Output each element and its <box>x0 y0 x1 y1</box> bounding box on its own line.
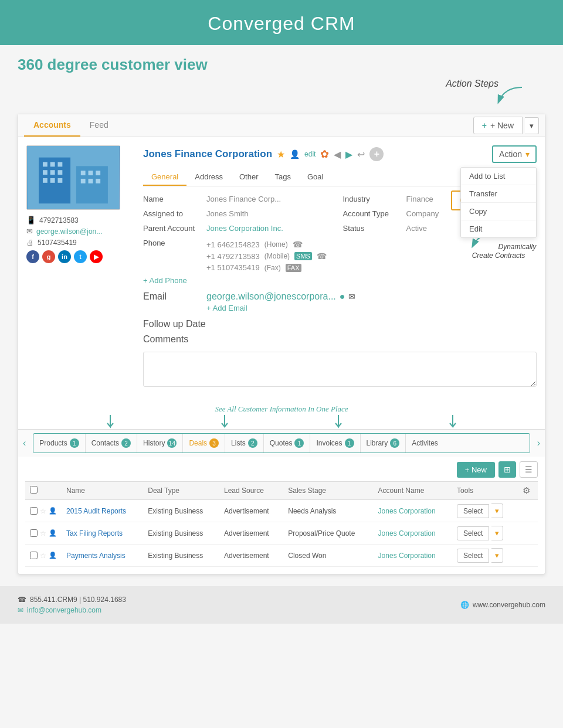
table-header-row: Name Deal Type Lead Source Sales Stage A… <box>25 482 538 500</box>
select-arrow-3[interactable]: ▾ <box>491 548 503 563</box>
row1-checkbox[interactable] <box>30 507 38 515</box>
parent-value[interactable]: Jones Corporation Inc. <box>206 224 283 233</box>
edit-link[interactable]: edit <box>304 150 316 158</box>
comments-section: Comments <box>143 333 537 390</box>
svg-rect-10 <box>50 178 55 183</box>
select-all-checkbox[interactable] <box>30 486 38 494</box>
comments-label: Comments <box>143 334 202 345</box>
table-body: ☆ 👤 2015 Audit Reports Existing Business… <box>25 500 538 567</box>
deal-name-3[interactable]: Payments Analysis <box>66 552 126 560</box>
prev-arrow[interactable]: ◀ <box>334 149 341 160</box>
sms-icon: SMS <box>294 252 312 260</box>
account-link-1[interactable]: Jones Corporation <box>378 507 436 515</box>
tab-accounts[interactable]: Accounts <box>24 114 80 137</box>
btab-invoices-label: Invoices <box>316 439 342 447</box>
fax-number2: +1 5107435419 <box>206 263 260 272</box>
deal-name-1[interactable]: 2015 Audit Reports <box>66 507 126 515</box>
sub-tab-tags[interactable]: Tags <box>266 169 299 186</box>
account-link-2[interactable]: Jones Corporation <box>378 529 436 538</box>
btab-deals[interactable]: Deals 3 <box>183 434 225 453</box>
reply-icon[interactable]: ↩ <box>357 149 365 160</box>
sub-tab-address[interactable]: Address <box>186 169 231 186</box>
name-value: Jones Finance Corp... <box>206 195 281 203</box>
row3-checkbox[interactable] <box>30 552 38 559</box>
td-cb-2: ☆ 👤 <box>25 522 62 545</box>
btab-products-badge: 1 <box>70 438 79 448</box>
follow-up-section: Follow up Date <box>143 318 537 331</box>
linkedin-icon[interactable]: in <box>58 250 71 263</box>
select-arrow-2[interactable]: ▾ <box>491 526 503 540</box>
scroll-right-arrow[interactable]: › <box>533 433 545 453</box>
scroll-left-arrow[interactable]: ‹ <box>18 433 30 453</box>
select-btn-2[interactable]: Select <box>457 526 489 540</box>
row2-checkbox[interactable] <box>30 529 38 537</box>
btab-contacts[interactable]: Contacts 2 <box>86 434 137 453</box>
buddy-icon[interactable]: 👤 <box>290 149 300 159</box>
btab-quotes[interactable]: Quotes 1 <box>264 434 311 453</box>
dropdown-edit[interactable]: Edit <box>461 220 536 237</box>
svg-rect-3 <box>43 162 48 166</box>
new-button-area: + + New ▾ <box>473 117 539 134</box>
name-label: Name <box>143 195 202 203</box>
email-value[interactable]: george.wilson@jonescorpora... <box>206 291 336 302</box>
row1-star-icon[interactable]: ☆ <box>40 507 46 515</box>
action-dropdown-button[interactable]: Action ▾ <box>492 145 537 163</box>
btab-library[interactable]: Library 6 <box>361 434 406 453</box>
mobile-type: (Mobile) <box>264 252 290 260</box>
email-envelope-icon[interactable]: ✉ <box>348 292 355 301</box>
next-arrow[interactable]: ▶ <box>345 149 352 160</box>
btab-invoices[interactable]: Invoices 1 <box>310 434 360 453</box>
footer-email-link[interactable]: info@convergehub.com <box>27 606 101 614</box>
add-email-link[interactable]: + Add Email <box>206 304 247 312</box>
svg-rect-12 <box>81 171 86 175</box>
account-link-3[interactable]: Jones Corporation <box>378 552 436 560</box>
td-deal-type-3: Existing Business <box>143 545 219 567</box>
sub-tab-goal[interactable]: Goal <box>299 169 331 186</box>
googleplus-icon[interactable]: g <box>42 250 55 263</box>
td-cb-3: ☆ 👤 <box>25 545 62 567</box>
new-button-arrow[interactable]: ▾ <box>525 117 539 134</box>
td-cb-1: ☆ 👤 <box>25 500 62 522</box>
dropdown-add-to-list[interactable]: Add to List <box>461 168 536 185</box>
th-lead-source: Lead Source <box>219 482 283 500</box>
add-new-deal-button[interactable]: + New <box>457 462 495 478</box>
add-circle-button[interactable]: + <box>369 147 384 161</box>
youtube-icon[interactable]: ▶ <box>90 250 103 263</box>
sub-tab-general[interactable]: General <box>143 169 186 186</box>
gear-settings-icon[interactable]: ⚙ <box>523 485 530 495</box>
list-view-button[interactable]: ☰ <box>520 461 538 478</box>
btab-lists[interactable]: Lists 2 <box>225 434 264 453</box>
add-phone-link[interactable]: + Add Phone <box>143 276 187 285</box>
email-info: ✉ george.wilson@jon... <box>26 227 135 236</box>
facebook-icon[interactable]: f <box>26 250 39 263</box>
star-icon[interactable]: ★ <box>277 149 285 160</box>
row3-star-icon[interactable]: ☆ <box>40 552 46 560</box>
dropdown-copy[interactable]: Copy <box>461 203 536 220</box>
email-link[interactable]: george.wilson@jon... <box>36 227 102 236</box>
record-name: Jones Finance Corporation <box>143 148 272 160</box>
mobile-number: +1 4792713583 <box>206 252 260 261</box>
btab-products[interactable]: Products 1 <box>33 434 85 453</box>
grid-view-button[interactable]: ⊞ <box>498 461 516 478</box>
fax-icon: 🖨 <box>26 238 34 247</box>
select-arrow-1[interactable]: ▾ <box>491 504 503 518</box>
btab-library-badge: 6 <box>390 438 399 448</box>
new-button[interactable]: + + New <box>473 117 523 134</box>
row3-buddy-icon: 👤 <box>49 552 57 559</box>
td-name-2: Tax Filing Reports <box>62 522 143 545</box>
page-title: 360 degree customer view <box>0 45 563 79</box>
footer-website-link[interactable]: www.convergehub.com <box>473 601 545 609</box>
btab-history[interactable]: History 14 <box>137 434 183 453</box>
tab-feed[interactable]: Feed <box>80 114 118 137</box>
deal-name-2[interactable]: Tax Filing Reports <box>66 529 123 538</box>
select-btn-3[interactable]: Select <box>457 549 489 563</box>
btab-quotes-label: Quotes <box>270 439 293 447</box>
td-extra-1 <box>518 500 538 522</box>
sub-tab-other[interactable]: Other <box>231 169 267 186</box>
select-btn-1[interactable]: Select <box>457 504 489 518</box>
btab-activities[interactable]: Activites <box>406 434 444 453</box>
twitter-icon[interactable]: t <box>74 250 87 263</box>
comments-textarea[interactable] <box>143 352 537 387</box>
row2-star-icon[interactable]: ☆ <box>40 529 46 538</box>
dropdown-transfer[interactable]: Transfer <box>461 185 536 203</box>
